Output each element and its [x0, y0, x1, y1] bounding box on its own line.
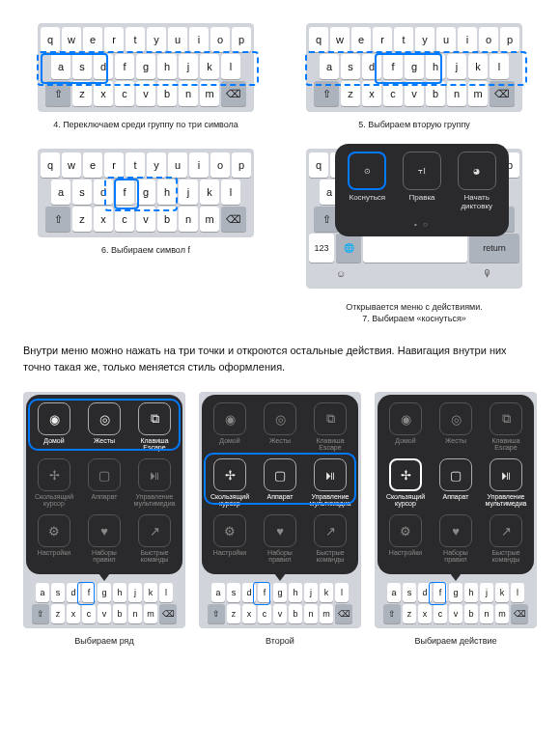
key[interactable]: j [304, 583, 318, 602]
menu-gestures[interactable]: ◎Жесты [256, 401, 304, 453]
key[interactable]: k [200, 54, 219, 79]
backspace-key[interactable]: ⌫ [221, 207, 246, 232]
emoji-icon[interactable]: ☺ [336, 268, 346, 279]
key[interactable]: m [200, 207, 219, 232]
menu-rules[interactable]: ♥Наборы правил [80, 512, 128, 565]
key[interactable]: f [383, 54, 403, 79]
key[interactable]: o [210, 27, 230, 52]
key[interactable]: s [403, 583, 416, 602]
key[interactable]: y [415, 27, 434, 52]
key[interactable]: g [98, 583, 111, 602]
menu-gestures[interactable]: ◎Жесты [80, 401, 128, 453]
key[interactable]: l [159, 583, 173, 602]
key[interactable]: q [309, 27, 328, 52]
key[interactable]: r [104, 27, 124, 52]
mic-icon[interactable]: 🎙 [483, 268, 492, 279]
key[interactable]: a [51, 54, 70, 79]
action-dictate[interactable]: ◕ Начать диктовку [452, 152, 501, 210]
menu-settings[interactable]: ⚙Настройки [30, 512, 78, 565]
key[interactable]: g [136, 180, 155, 205]
key[interactable]: f [115, 180, 134, 205]
key[interactable]: i [189, 27, 209, 52]
key[interactable]: v [136, 207, 155, 232]
key[interactable]: z [51, 604, 65, 623]
key[interactable]: n [480, 604, 493, 623]
key[interactable]: m [200, 81, 219, 106]
key[interactable]: x [242, 604, 256, 623]
key[interactable]: f [434, 583, 447, 602]
key[interactable]: e [83, 152, 102, 178]
key[interactable]: u [436, 27, 456, 52]
key[interactable]: e [351, 27, 371, 52]
key[interactable]: k [200, 180, 219, 205]
key[interactable]: c [258, 604, 271, 623]
menu-rules[interactable]: ♥Наборы правил [432, 512, 480, 565]
menu-escape[interactable]: ⧉Клавиша Escape [306, 401, 354, 453]
key[interactable]: z [72, 81, 92, 106]
key[interactable]: d [418, 583, 432, 602]
key[interactable]: x [67, 604, 80, 623]
key[interactable]: j [179, 180, 198, 205]
key[interactable]: v [273, 604, 287, 623]
menu-device[interactable]: ▢Аппарат [80, 456, 128, 509]
shift-key[interactable]: ⇧ [314, 81, 339, 106]
shift-key[interactable]: ⇧ [32, 604, 49, 623]
key[interactable]: l [221, 180, 240, 205]
key[interactable]: s [72, 180, 92, 205]
key[interactable]: q [309, 152, 328, 178]
menu-escape[interactable]: ⧉Клавиша Escape [482, 401, 530, 453]
key[interactable]: p [232, 27, 251, 52]
shift-key[interactable]: ⇧ [45, 81, 70, 106]
key[interactable]: y [147, 152, 166, 178]
menu-gestures[interactable]: ◎Жесты [432, 401, 480, 453]
key[interactable]: n [447, 81, 466, 106]
key[interactable]: b [157, 207, 177, 232]
shift-key[interactable]: ⇧ [383, 604, 401, 623]
menu-device[interactable]: ▢Аппарат [432, 456, 480, 509]
menu-media[interactable]: ⏯Управление мультимедиа [130, 456, 179, 509]
key[interactable]: k [144, 583, 157, 602]
menu-rules[interactable]: ♥Наборы правил [256, 512, 304, 565]
key[interactable]: k [468, 54, 488, 79]
key[interactable]: a [320, 54, 339, 79]
key[interactable]: b [113, 604, 126, 623]
key[interactable]: v [405, 81, 424, 106]
key[interactable]: v [136, 81, 155, 106]
key[interactable]: a [51, 180, 70, 205]
key[interactable]: i [458, 27, 477, 52]
key[interactable]: b [464, 604, 478, 623]
menu-device[interactable]: ▢Аппарат [256, 456, 304, 509]
menu-cursor[interactable]: ✢Скользящий курсор [206, 456, 254, 509]
key[interactable]: g [273, 583, 287, 602]
key[interactable]: w [62, 27, 81, 52]
key[interactable]: l [511, 583, 524, 602]
menu-shortcuts[interactable]: ↗Быстрые команды [130, 512, 179, 565]
menu-cursor[interactable]: ✢Скользящий курсор [30, 456, 78, 509]
key[interactable]: m [468, 81, 488, 106]
key[interactable]: j [480, 583, 493, 602]
key[interactable]: j [447, 54, 466, 79]
numbers-key[interactable]: 123 [309, 234, 334, 263]
key[interactable]: w [330, 27, 350, 52]
key[interactable]: h [157, 54, 177, 79]
key[interactable]: y [147, 27, 166, 52]
backspace-key[interactable]: ⌫ [335, 604, 352, 623]
menu-home[interactable]: ◉Домой [206, 401, 254, 453]
key[interactable]: m [144, 604, 157, 623]
shift-key[interactable]: ⇧ [208, 604, 225, 623]
key[interactable]: g [449, 583, 462, 602]
key[interactable]: l [221, 54, 240, 79]
key[interactable]: x [94, 207, 113, 232]
key[interactable]: q [41, 27, 60, 52]
key[interactable]: a [211, 583, 225, 602]
key[interactable]: m [320, 604, 333, 623]
key[interactable]: d [94, 180, 113, 205]
key[interactable]: h [157, 180, 177, 205]
page-dots[interactable]: • ○ [343, 220, 501, 229]
menu-escape[interactable]: ⧉Клавиша Escape [130, 401, 179, 453]
key[interactable]: c [383, 81, 403, 106]
key[interactable]: d [67, 583, 80, 602]
key[interactable]: s [51, 583, 65, 602]
key[interactable]: u [168, 27, 187, 52]
key[interactable]: b [426, 81, 445, 106]
